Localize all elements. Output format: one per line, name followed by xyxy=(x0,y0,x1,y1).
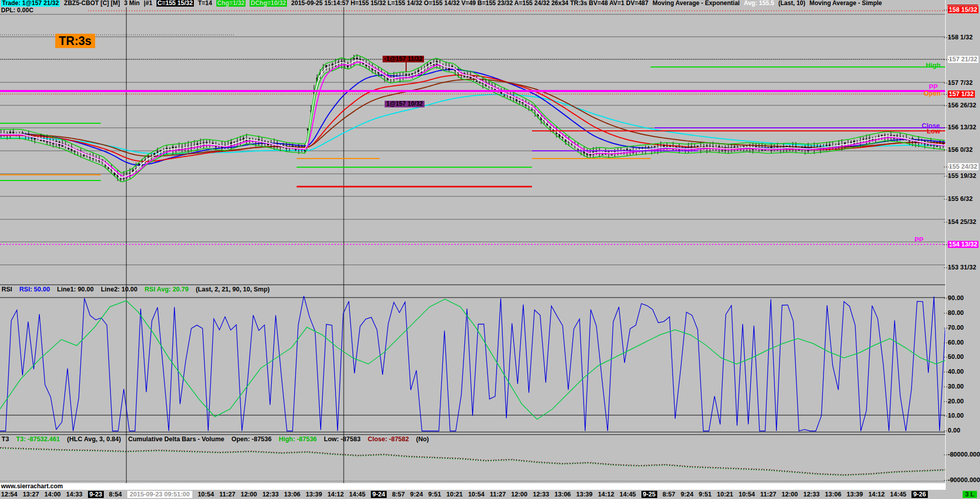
price-scale-label: ····-80000.000 xyxy=(948,451,980,458)
time-axis-label: 14:45 xyxy=(619,491,636,498)
price-scale-label: ····154 25/32 xyxy=(948,218,976,225)
time-axis-label: 13:39 xyxy=(847,491,863,498)
chart-interval-live-badge[interactable]: 3 L xyxy=(963,491,977,498)
scale-tick: ···· xyxy=(944,80,952,87)
time-axis-label: 8:57 xyxy=(662,491,675,498)
scale-tick: ···· xyxy=(944,354,952,361)
hdr-segment: DChg=10/32 xyxy=(250,0,287,7)
price-scale-label: ····157 21/32 xyxy=(948,56,978,63)
price-scale-label: ····155 6/32 xyxy=(948,195,973,202)
sell-order-flag[interactable]: -1@157 11/32 xyxy=(383,56,424,62)
scale-tick: ···· xyxy=(944,56,952,63)
time-axis-label: 14:12 xyxy=(327,491,344,498)
scale-tick: ···· xyxy=(944,339,952,347)
time-axis-label: 8:57 xyxy=(392,491,405,498)
price-scale-value: -80000.000 xyxy=(948,451,980,458)
time-axis-label: 13:27 xyxy=(23,491,39,498)
price-scale-label: ····157 7/32 xyxy=(948,79,973,86)
price-scale-label: ····50.00 xyxy=(948,353,964,360)
time-axis-label: 14:45 xyxy=(890,491,906,498)
buy-order-flag[interactable]: 1@157 10/32 xyxy=(385,101,425,107)
time-axis-date: 9-26 xyxy=(911,491,927,498)
scale-tick: ···· xyxy=(944,219,952,226)
price-scale-label: ····40.00 xyxy=(948,368,964,375)
time-axis-label: 12:54 xyxy=(1,491,17,498)
price-scale-label: ····80.00 xyxy=(948,309,964,316)
scale-tick: ···· xyxy=(944,91,952,98)
hdr-segment: T=14 xyxy=(198,0,212,7)
scale-tick: ···· xyxy=(944,7,952,14)
sierra-chart-window: Trade: 1@157 21/32ZBZ5-CBOT [C] [M]3 Min… xyxy=(0,0,980,499)
price-scale-label: ····155 19/32 xyxy=(948,172,976,179)
hdr-segment: Moving Average - Simple xyxy=(809,0,882,7)
time-axis-label: 13:39 xyxy=(306,491,322,498)
scale-tick: ···· xyxy=(944,413,952,420)
rsi-segment: RSI xyxy=(2,286,12,293)
chart-canvas[interactable] xyxy=(0,0,945,490)
time-axis-label: 13:06 xyxy=(284,491,300,498)
scale-tick: ···· xyxy=(944,295,952,302)
time-axis-label: 14:12 xyxy=(598,491,614,498)
time-axis-label: 14:12 xyxy=(868,491,885,498)
price-scale-label: ····70.00 xyxy=(948,324,964,331)
hdr-segment: Trade: 1@157 21/32 xyxy=(1,0,60,7)
price-scale-value: 154 13/32 xyxy=(949,241,977,248)
tr-annotation[interactable]: TR:3s xyxy=(55,34,95,48)
price-scale-label: ····60.00 xyxy=(948,339,964,346)
hdr-segment: 2015-09-25 15:14:57 H=155 15/32 L=155 14… xyxy=(291,0,648,7)
scale-tick: ···· xyxy=(944,264,952,271)
hdr-segment: ZBZ5-CBOT [C] [M] xyxy=(64,0,120,7)
hdr-segment: (Last, 10) xyxy=(778,0,806,7)
hdr-segment: 3 Min xyxy=(124,0,140,7)
rsi-segment: Line2: 10.00 xyxy=(101,286,138,293)
price-level-label-open: Open xyxy=(924,90,941,97)
price-scale-value: 155 19/32 xyxy=(948,172,976,179)
price-scale-value: 154 25/32 xyxy=(948,218,976,225)
price-level-label-high: High xyxy=(926,62,941,69)
price-scale-value: 157 1/32 xyxy=(949,90,974,98)
time-axis[interactable]: 12:5413:2714:0014:339-238:542015-09-23 0… xyxy=(0,490,980,499)
price-scale-label: ····158 15/32 xyxy=(948,6,978,13)
scale-tick: ···· xyxy=(944,477,952,484)
time-axis-label: 12:33 xyxy=(803,491,819,498)
scale-tick: ···· xyxy=(944,241,952,248)
time-axis-label: 12:00 xyxy=(511,491,527,498)
scale-tick: ···· xyxy=(944,102,952,109)
price-scale-label: ····156 13/32 xyxy=(948,124,976,131)
scale-tick: ···· xyxy=(944,383,952,391)
scale-tick: ···· xyxy=(944,173,952,180)
dpl-readout: DPL: 0.00C xyxy=(1,7,33,13)
time-axis-label: 13:06 xyxy=(825,491,841,498)
t3-segment: High: -87536 xyxy=(279,436,317,443)
time-axis-label: 11:27 xyxy=(219,491,235,498)
time-axis-label: 8:54 xyxy=(109,491,122,498)
time-axis-label: 10:21 xyxy=(717,491,733,498)
price-scale-label: ····156 0/32 xyxy=(948,146,973,153)
time-axis-label: 13:39 xyxy=(576,491,593,498)
sierrachart-watermark: www.sierrachart.com xyxy=(0,483,946,490)
price-level-label-low: Low xyxy=(927,128,940,134)
scale-tick: ···· xyxy=(944,427,952,435)
sell-order-flag-stem xyxy=(406,62,407,72)
time-axis-label: 12:00 xyxy=(782,491,798,498)
t3-segment: (HLC Avg, 3, 0.84) xyxy=(67,436,121,443)
price-scale-value: 157 21/32 xyxy=(949,56,977,63)
price-scale-value: 158 15/32 xyxy=(949,6,977,13)
t3-segment: Close: -87582 xyxy=(368,436,409,443)
time-axis-label: 14:00 xyxy=(44,491,61,498)
scale-tick: ···· xyxy=(944,451,952,459)
price-scale-value: -90000.000 xyxy=(948,477,980,484)
price-scale[interactable]: ····158 15/32····158 1/32····157 21/32··… xyxy=(945,0,980,490)
scale-tick: ···· xyxy=(944,147,952,154)
time-axis-date: 9-25 xyxy=(641,491,657,498)
price-scale-label: ····156 26/32 xyxy=(948,102,976,109)
time-axis-label: 9:24 xyxy=(681,491,694,498)
time-axis-label: 11:27 xyxy=(490,491,506,498)
datetime-tooltip: 2015-09-23 09:51:00 xyxy=(127,491,192,498)
time-axis-label: 9:51 xyxy=(428,491,441,498)
price-scale-label: ····20.00 xyxy=(948,398,964,405)
rsi-segment: RSI Avg: 20.79 xyxy=(145,286,189,293)
rsi-study-header: RSIRSI: 50.00Line1: 90.00Line2: 10.00RSI… xyxy=(2,286,943,293)
time-axis-label: 13:06 xyxy=(554,491,571,498)
price-scale-label: ····-90000.000 xyxy=(948,477,980,484)
